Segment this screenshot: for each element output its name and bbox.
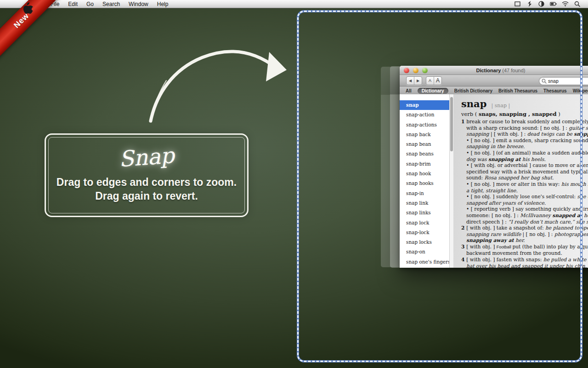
menu-item-edit[interactable]: Edit bbox=[68, 1, 78, 7]
definition-line: someone: [ no obj. ] : McIllvanney snapp… bbox=[461, 213, 588, 219]
search-input[interactable] bbox=[548, 78, 588, 84]
definition-line: a tight, straight line. bbox=[461, 188, 588, 194]
definition-line: backward movement from the ground. bbox=[461, 250, 588, 257]
tab-british-thesaurus[interactable]: British Thesaurus bbox=[498, 88, 537, 93]
window-title-count: (47 found) bbox=[502, 68, 525, 73]
sidebar-item-snap-action[interactable]: snap-action bbox=[400, 110, 449, 120]
definition-line: • [ with obj. or adverbial ] cause to mo… bbox=[461, 162, 588, 169]
sidebar-item-snap-hook[interactable]: snap hook bbox=[400, 169, 449, 178]
sidebar-item-snap-bean[interactable]: snap bean bbox=[400, 139, 449, 149]
sidebar-item-snap-actions[interactable]: snap-actions bbox=[400, 120, 449, 130]
tab-all[interactable]: All bbox=[406, 88, 412, 93]
bolt-icon[interactable] bbox=[526, 1, 533, 7]
dictionary-window: Dictionary (47 found) ◀ ▶ A A AllDiction… bbox=[400, 66, 588, 268]
definition-line: direct speech ] : “I really don’t much c… bbox=[461, 219, 588, 225]
font-size-buttons: A A bbox=[426, 76, 442, 85]
definition-line: snapping rare wildlife | [ no obj. ] : p… bbox=[461, 231, 588, 238]
spotlight-icon[interactable] bbox=[574, 1, 581, 7]
sidebar-item-snap-brim[interactable]: snap-brim bbox=[400, 159, 449, 169]
apple-logo-icon[interactable] bbox=[22, 1, 33, 17]
battery-icon[interactable] bbox=[550, 1, 557, 7]
sidebar-item-snap[interactable]: snap bbox=[400, 100, 449, 110]
tab-british-dictionary[interactable]: British Dictionary bbox=[454, 88, 492, 93]
sidebar-item-snap-beans[interactable]: snap beans bbox=[400, 149, 449, 159]
nav-buttons: ◀ ▶ bbox=[406, 76, 422, 85]
instruction-line-2: Drag again to revert. bbox=[95, 189, 198, 203]
scrollbar-thumb[interactable] bbox=[450, 97, 453, 151]
part-of-speech-line: verb ( snaps, snapping , snapped ) bbox=[461, 111, 588, 117]
sidebar-item-snap-lock[interactable]: snap-lock bbox=[400, 228, 449, 237]
sidebar-item-snap-lock[interactable]: snap lock bbox=[400, 218, 449, 228]
sidebar-item-snap-in[interactable]: snap-in bbox=[400, 189, 449, 198]
definition-line: • [ reporting verb ] say something quick… bbox=[461, 206, 588, 213]
definition-line: specified way with a brisk movement and … bbox=[461, 169, 588, 175]
sidebar-item-snap-hooks[interactable]: snap hooks bbox=[400, 178, 449, 188]
menu-item-window[interactable]: Window bbox=[129, 1, 148, 7]
window-icon[interactable] bbox=[514, 1, 521, 7]
desktop-background: FileEditGoSearchWindowHelp New bbox=[0, 0, 588, 368]
clock-icon[interactable] bbox=[538, 1, 545, 7]
sidebar-item-snap-back[interactable]: snap back bbox=[400, 130, 449, 139]
pronunciation: | snap | bbox=[491, 103, 510, 109]
arrow-icon bbox=[138, 44, 294, 126]
forward-button[interactable]: ▶ bbox=[414, 77, 422, 85]
tab-wikipedia[interactable]: Wikipedia bbox=[573, 88, 588, 93]
definition-line: 2 [ with obj. ] take a snapshot of: he p… bbox=[461, 225, 588, 231]
window-content: snapsnap-actionsnap-actionssnap backsnap… bbox=[400, 94, 588, 268]
definition-line: dog was snapping at his heels. bbox=[461, 156, 588, 163]
font-larger-button[interactable]: A bbox=[434, 77, 441, 85]
instruction-box-title: Snap bbox=[118, 142, 175, 171]
definition-line: hat over his head and snapped it under h… bbox=[461, 263, 588, 268]
definition-pane: snap | snap | verb ( snaps, snapping , s… bbox=[453, 94, 588, 268]
status-icons bbox=[514, 1, 588, 7]
sidebar-scrollbar[interactable] bbox=[449, 94, 453, 268]
search-field[interactable] bbox=[539, 77, 588, 85]
definition-line: 3 [ with obj. ] Football put (the ball) … bbox=[461, 244, 588, 251]
definition-line: 1 break or cause to break suddenly and c… bbox=[461, 119, 588, 125]
definition-heading: snap | snap | bbox=[461, 98, 588, 109]
definition-line: 4 [ with obj. ] fasten with snaps: he pu… bbox=[461, 257, 588, 263]
definition-line: snapping away at her. bbox=[461, 237, 588, 244]
tab-dictionary[interactable]: Dictionary bbox=[418, 88, 448, 94]
sidebar-item-snap-on[interactable]: snap-on bbox=[400, 247, 449, 257]
font-smaller-button[interactable]: A bbox=[426, 77, 434, 85]
instruction-line-1: Drag to edges and corners to zoom. bbox=[57, 175, 237, 189]
definition-line: snapping | [ with obj. ] : dead twigs ca… bbox=[461, 131, 588, 138]
sidebar-item-snap-link[interactable]: snap link bbox=[400, 198, 449, 208]
title-bar[interactable]: Dictionary (47 found) bbox=[400, 66, 588, 75]
instruction-box: Snap Drag to edges and corners to zoom. … bbox=[45, 133, 249, 217]
definition-line: • [ no obj. ] (of an animal) make a sudd… bbox=[461, 150, 588, 156]
toolbar: ◀ ▶ A A bbox=[400, 75, 588, 86]
definition-line: • [ no obj. ] emit a sudden, sharp crack… bbox=[461, 138, 588, 144]
definition-line: snapping in the breeze. bbox=[461, 144, 588, 150]
menu-item-help[interactable]: Help bbox=[157, 1, 169, 7]
menu-bar: FileEditGoSearchWindowHelp bbox=[0, 0, 588, 8]
results-sidebar: snapsnap-actionsnap-actionssnap backsnap… bbox=[400, 94, 449, 268]
definition-line: • [ no obj. ] suddenly lose one's self-c… bbox=[461, 194, 588, 200]
sidebar-item-snap-links[interactable]: snap links bbox=[400, 208, 449, 218]
search-icon bbox=[542, 79, 547, 84]
menu-item-search[interactable]: Search bbox=[102, 1, 120, 7]
definition-line: • [ no obj. ] move or alter in this way:… bbox=[461, 181, 588, 188]
headword: snap bbox=[461, 98, 486, 109]
definition-line: with a sharp cracking sound: [ no obj. ]… bbox=[461, 125, 588, 132]
definition-body: 1 break or cause to break suddenly and c… bbox=[461, 119, 588, 268]
wifi-icon[interactable] bbox=[562, 1, 569, 7]
definition-line: snapped after years of violence. bbox=[461, 200, 588, 207]
menu-item-go[interactable]: Go bbox=[86, 1, 94, 7]
tab-thesaurus[interactable]: Thesaurus bbox=[543, 88, 567, 93]
sidebar-item-snap-one-s-fingers[interactable]: snap one's fingers bbox=[400, 257, 449, 267]
sidebar-item-snap-locks[interactable]: snap locks bbox=[400, 237, 449, 247]
definition-line: sound: Rosa snapped her bag shut. bbox=[461, 175, 588, 181]
window-title: Dictionary (47 found) bbox=[400, 68, 588, 73]
back-button[interactable]: ◀ bbox=[407, 77, 414, 85]
